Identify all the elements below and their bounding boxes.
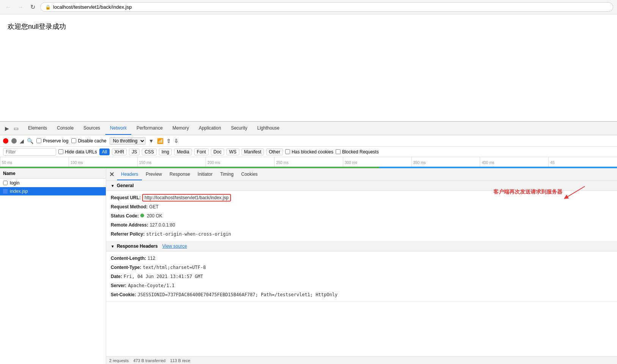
filter-img[interactable]: Img	[159, 148, 172, 155]
detail-tab-headers[interactable]: Headers	[117, 169, 142, 180]
tab-performance[interactable]: Performance	[132, 122, 167, 135]
referrer-policy-key: Referrer Policy:	[111, 231, 144, 237]
status-bar: 2 requests 473 B transferred 113 B rece	[106, 356, 617, 364]
status-code-text: 200 OK	[147, 213, 162, 219]
devtools-icons: ▶ ▭	[3, 125, 20, 132]
server-key: Server:	[111, 282, 126, 289]
file-list: Name login index.jsp	[0, 169, 106, 364]
set-cookie-key: Set-Cookie:	[111, 291, 136, 298]
throttle-arrow-icon[interactable]: ▼	[149, 138, 154, 144]
stop-button[interactable]	[11, 138, 17, 144]
details-panel: ▼ General Request URL: http://localhost/…	[106, 181, 617, 356]
refresh-button[interactable]: ↻	[28, 3, 37, 12]
response-headers-section-header[interactable]: ▼ Response Headers View source	[106, 241, 617, 252]
detail-tab-response[interactable]: Response	[166, 169, 194, 180]
page-content: 欢迎您null登录成功	[0, 14, 617, 39]
file-item-index[interactable]: index.jsp	[0, 187, 106, 195]
referrer-policy-row: Referrer Policy: strict-origin-when-cros…	[111, 230, 612, 239]
file-checkbox-login[interactable]	[3, 181, 8, 185]
tab-network[interactable]: Network	[105, 122, 131, 135]
resp-date: Date: Fri, 04 Jun 2021 13:41:57 GMT	[111, 272, 612, 281]
address-bar[interactable]: 🔒 localhost/testservlet1/back/index.jsp	[40, 2, 613, 12]
timeline-bars	[0, 167, 617, 168]
tab-elements[interactable]: Elements	[24, 122, 52, 135]
transferred-size: 473 B transferred	[133, 358, 165, 363]
tab-sources[interactable]: Sources	[79, 122, 105, 135]
file-icon-index	[3, 189, 8, 194]
device-icon[interactable]: ▭	[12, 125, 20, 132]
wifi-icon: 📶	[157, 138, 163, 144]
filter-doc[interactable]: Doc	[211, 148, 224, 155]
disable-cache-checkbox[interactable]	[71, 138, 76, 143]
tab-console[interactable]: Console	[52, 122, 78, 135]
detail-tab-initiator[interactable]: Initiator	[194, 169, 216, 180]
blocked-requests-text: Blocked Requests	[342, 149, 379, 155]
resp-set-cookie: Set-Cookie: JSESSIONID=737FDAC86400E7047…	[111, 290, 612, 299]
welcome-message: 欢迎您null登录成功	[8, 23, 66, 30]
filter-manifest[interactable]: Manifest	[242, 148, 264, 155]
throttle-select[interactable]: No throttling	[110, 137, 146, 145]
preserve-log-label[interactable]: Preserve log	[36, 138, 68, 144]
forward-button[interactable]: →	[16, 3, 25, 12]
filter-ws[interactable]: WS	[226, 148, 239, 155]
remote-address-value: 127.0.0.1:80	[150, 222, 175, 228]
file-name-index: index.jsp	[10, 189, 28, 194]
disable-cache-label[interactable]: Disable cache	[71, 138, 106, 144]
filter-xhr[interactable]: XHR	[112, 148, 127, 155]
search-icon[interactable]: 🔍	[27, 138, 33, 144]
resp-content-length: Content-Length: 112	[111, 254, 612, 263]
file-name-login: login	[10, 180, 19, 186]
back-button[interactable]: ←	[4, 3, 13, 12]
resources-size: 113 B rece	[170, 358, 190, 363]
has-blocked-cookies-checkbox[interactable]	[285, 149, 290, 154]
general-title: General	[117, 183, 134, 188]
resp-content-type: Content-Type: text/html;charset=UTF-8	[111, 263, 612, 272]
detail-tab-timing[interactable]: Timing	[216, 169, 237, 180]
content-length-key: Content-Length:	[111, 255, 146, 262]
record-button[interactable]	[3, 138, 8, 144]
close-button[interactable]: ✕	[109, 171, 114, 178]
url-text: localhost/testservlet1/back/index.jsp	[53, 4, 132, 10]
status-code-key: Status Code:	[111, 212, 139, 219]
timeline-green-bar	[0, 167, 379, 168]
tab-lighthouse[interactable]: Lighthouse	[253, 122, 284, 135]
blocked-requests-label[interactable]: Blocked Requests	[336, 149, 379, 155]
view-source-link[interactable]: View source	[162, 244, 187, 249]
inspect-icon[interactable]: ▶	[3, 125, 11, 132]
remote-address-row: Remote Address: 127.0.0.1:80	[111, 220, 612, 230]
blocked-requests-checkbox[interactable]	[336, 149, 341, 154]
filter-input[interactable]	[3, 148, 56, 156]
filter-media[interactable]: Media	[174, 148, 192, 155]
detail-tab-preview[interactable]: Preview	[142, 169, 166, 180]
filter-css[interactable]: CSS	[142, 148, 157, 155]
upload-icon[interactable]: ⇧	[166, 138, 171, 144]
set-cookie-val: JSESSIONID=737FDAC86400E70475FEBD15B46AF…	[138, 291, 338, 298]
file-item-login[interactable]: login	[0, 179, 106, 187]
lock-icon: 🔒	[45, 5, 51, 10]
download-icon[interactable]: ⇩	[174, 138, 179, 144]
annotation: 客户端再次发送请求到服务器	[493, 184, 587, 200]
request-method-row: Request Method: GET	[111, 202, 612, 211]
requests-count: 2 requests	[109, 358, 129, 363]
has-blocked-cookies-label[interactable]: Has blocked cookies	[285, 149, 333, 155]
preserve-log-checkbox[interactable]	[36, 138, 41, 143]
filter-font[interactable]: Font	[194, 148, 209, 155]
remote-address-key: Remote Address:	[111, 222, 148, 228]
hide-data-urls-checkbox[interactable]	[58, 149, 63, 154]
tab-application[interactable]: Application	[194, 122, 226, 135]
tab-security[interactable]: Security	[226, 122, 252, 135]
tab-memory[interactable]: Memory	[168, 122, 193, 135]
request-method-value: GET	[149, 203, 159, 210]
filter-all[interactable]: All	[99, 148, 110, 155]
response-headers-arrow: ▼	[111, 244, 115, 248]
filter-other[interactable]: Other	[266, 148, 283, 155]
date-key: Date:	[111, 273, 122, 280]
hide-data-urls-label[interactable]: Hide data URLs	[58, 149, 97, 155]
filter-js[interactable]: JS	[129, 148, 140, 155]
filter-icon[interactable]: ◢	[20, 138, 24, 144]
filter-bar: Hide data URLs All XHR JS CSS Img Media …	[0, 147, 617, 157]
status-dot	[140, 214, 144, 217]
has-blocked-cookies-text: Has blocked cookies	[292, 149, 333, 155]
request-url-value: http://localhost/testservlet1/back/index…	[142, 194, 231, 201]
detail-tab-cookies[interactable]: Cookies	[237, 169, 261, 180]
